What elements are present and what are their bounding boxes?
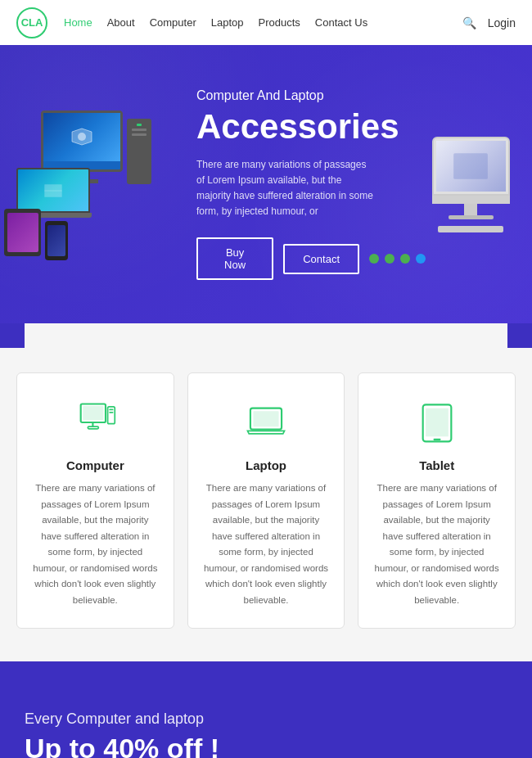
feature-card-computer: Computer There are many variations of pa… bbox=[16, 372, 174, 629]
hero-buttons: Buy Now Contact bbox=[196, 237, 426, 280]
desktop-monitor bbox=[41, 111, 123, 172]
laptop-icon bbox=[241, 398, 291, 447]
svg-rect-10 bbox=[88, 426, 99, 429]
phone-image bbox=[45, 221, 68, 260]
nav-icons: 🔍 Login bbox=[462, 16, 516, 29]
login-link[interactable]: Login bbox=[488, 16, 516, 29]
divider-section bbox=[0, 323, 532, 348]
feature-card-laptop: Laptop There are many variations of pass… bbox=[187, 372, 345, 629]
tower-pc bbox=[127, 119, 151, 184]
nav-laptop[interactable]: Laptop bbox=[211, 16, 244, 29]
svg-rect-12 bbox=[110, 409, 114, 411]
svg-point-1 bbox=[78, 133, 86, 141]
svg-rect-17 bbox=[426, 408, 449, 437]
keyboard bbox=[438, 226, 503, 232]
promo-line1: Every Computer and laptop bbox=[25, 711, 295, 728]
dot-4[interactable] bbox=[416, 254, 426, 264]
hero-left-image bbox=[0, 102, 188, 266]
feature-desc-computer: There are many variations of passages of… bbox=[32, 481, 159, 608]
nav-home[interactable]: Home bbox=[64, 16, 92, 29]
features-section: Computer There are many variations of pa… bbox=[0, 348, 532, 661]
dot-2[interactable] bbox=[385, 254, 394, 264]
nav-products[interactable]: Products bbox=[259, 16, 300, 29]
dot-1[interactable] bbox=[369, 254, 379, 264]
navbar: CLA Home About Computer Laptop Products … bbox=[0, 0, 532, 45]
feature-title-tablet: Tablet bbox=[373, 458, 500, 472]
promo-section: Every Computer and laptop Up to 40% off … bbox=[0, 661, 532, 758]
imac-monitor bbox=[432, 137, 510, 196]
nav-computer[interactable]: Computer bbox=[150, 16, 196, 29]
feature-card-tablet: Tablet There are many variations of pass… bbox=[358, 372, 516, 629]
contact-button[interactable]: Contact bbox=[283, 244, 359, 274]
nav-contact[interactable]: Contact Us bbox=[315, 16, 367, 29]
tablet-icon bbox=[413, 398, 462, 447]
promo-image bbox=[295, 694, 507, 758]
feature-desc-tablet: There are many variations of passages of… bbox=[373, 481, 500, 608]
nav-links: Home About Computer Laptop Products Cont… bbox=[64, 16, 462, 29]
hero-desc: There are many variations of passages of… bbox=[196, 157, 376, 220]
tablet-image bbox=[4, 209, 41, 256]
slider-dots bbox=[369, 254, 426, 264]
nav-about[interactable]: About bbox=[107, 16, 135, 29]
promo-line2: Up to 40% off ! bbox=[25, 733, 295, 758]
promo-text: Every Computer and laptop Up to 40% off … bbox=[25, 711, 295, 758]
hero-content: Computer And Laptop Accessories There ar… bbox=[188, 88, 426, 281]
computer-icon bbox=[70, 398, 119, 447]
logo[interactable]: CLA bbox=[16, 7, 47, 38]
hero-right-image bbox=[426, 137, 516, 232]
buy-now-button[interactable]: Buy Now bbox=[196, 237, 273, 280]
dot-3[interactable] bbox=[400, 254, 410, 264]
hero-title: Accessories bbox=[196, 108, 426, 146]
feature-desc-laptop: There are many variations of passages of… bbox=[203, 481, 330, 608]
hero-section: Computer And Laptop Accessories There ar… bbox=[0, 45, 532, 323]
feature-title-laptop: Laptop bbox=[203, 458, 330, 472]
svg-rect-6 bbox=[453, 153, 488, 179]
svg-rect-15 bbox=[253, 411, 278, 426]
svg-rect-13 bbox=[110, 412, 114, 413]
svg-rect-8 bbox=[83, 406, 104, 420]
hero-subtitle: Computer And Laptop bbox=[196, 88, 426, 103]
feature-title-computer: Computer bbox=[32, 458, 159, 472]
search-icon[interactable]: 🔍 bbox=[462, 16, 476, 29]
features-grid: Computer There are many variations of pa… bbox=[16, 372, 516, 629]
